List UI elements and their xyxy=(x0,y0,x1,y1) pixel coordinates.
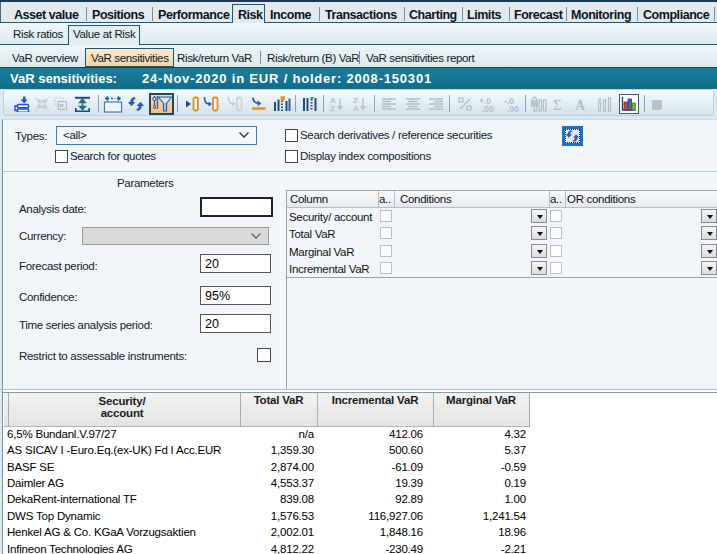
svg-text:.00: .00 xyxy=(507,104,519,113)
svg-text:A: A xyxy=(575,98,586,113)
svg-text:.00: .00 xyxy=(482,104,494,113)
svg-text:Σ: Σ xyxy=(553,97,562,112)
svg-text:A: A xyxy=(353,104,359,112)
svg-text:Z: Z xyxy=(330,104,335,112)
